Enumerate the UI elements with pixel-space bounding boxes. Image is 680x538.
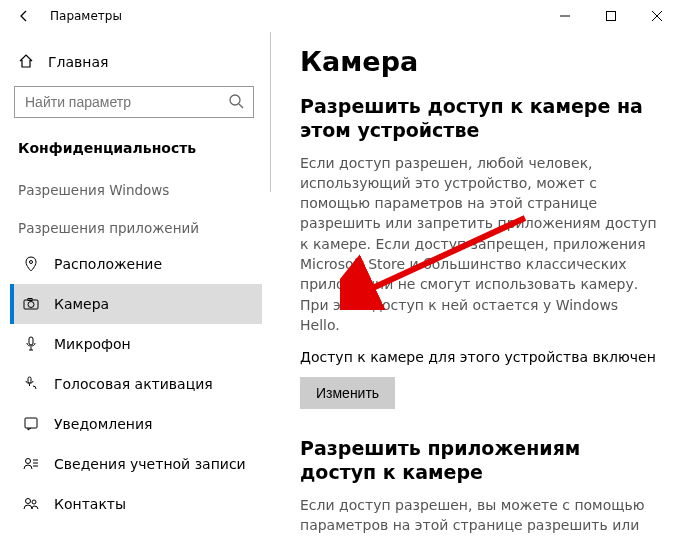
- svg-rect-10: [29, 337, 33, 345]
- search-icon: [228, 93, 244, 113]
- svg-rect-12: [25, 418, 37, 428]
- sidebar-current-section: Конфиденциальность: [10, 128, 262, 168]
- notifications-icon: [22, 416, 40, 432]
- sidebar-item-contacts[interactable]: Контакты: [10, 484, 262, 524]
- svg-point-8: [28, 302, 34, 308]
- sidebar-home-label: Главная: [48, 54, 108, 70]
- minimize-button[interactable]: [542, 0, 588, 32]
- contacts-icon: [22, 496, 40, 512]
- sidebar-item-label: Контакты: [54, 496, 126, 512]
- page-title: Камера: [300, 46, 658, 77]
- svg-point-6: [30, 261, 33, 264]
- location-icon: [22, 256, 40, 272]
- sidebar-group-apps: Разрешения приложений: [10, 206, 262, 244]
- sidebar-item-label: Сведения учетной записи: [54, 456, 246, 472]
- close-button[interactable]: [634, 0, 680, 32]
- sidebar-item-label: Голосовая активация: [54, 376, 213, 392]
- camera-access-status: Доступ к камере для этого устройства вкл…: [300, 349, 658, 365]
- svg-rect-1: [607, 12, 616, 21]
- voice-activation-icon: [22, 376, 40, 392]
- maximize-button[interactable]: [588, 0, 634, 32]
- sidebar-item-voice-activation[interactable]: Голосовая активация: [10, 364, 262, 404]
- home-icon: [18, 53, 34, 72]
- main-content: Камера Разрешить доступ к камере на этом…: [270, 32, 680, 538]
- svg-line-5: [239, 104, 243, 108]
- svg-point-4: [230, 95, 240, 105]
- sidebar: Главная Конфиденциальность Разрешения Wi…: [0, 32, 270, 538]
- sidebar-item-location[interactable]: Расположение: [10, 244, 262, 284]
- sidebar-item-label: Микрофон: [54, 336, 131, 352]
- microphone-icon: [22, 336, 40, 352]
- svg-point-17: [26, 499, 31, 504]
- scrollbar-thumb[interactable]: [270, 32, 271, 192]
- sidebar-item-label: Уведомления: [54, 416, 152, 432]
- back-button[interactable]: [8, 0, 40, 32]
- sidebar-item-notifications[interactable]: Уведомления: [10, 404, 262, 444]
- svg-point-13: [26, 459, 31, 464]
- window-title: Параметры: [50, 9, 122, 23]
- sidebar-item-microphone[interactable]: Микрофон: [10, 324, 262, 364]
- title-bar: Параметры: [0, 0, 680, 32]
- sidebar-item-label: Расположение: [54, 256, 162, 272]
- change-button[interactable]: Изменить: [300, 377, 395, 409]
- sidebar-item-label: Камера: [54, 296, 109, 312]
- section2-heading: Разрешить приложениям доступ к камере: [300, 437, 658, 485]
- svg-point-18: [32, 500, 36, 504]
- account-info-icon: [22, 456, 40, 472]
- section1-heading: Разрешить доступ к камере на этом устрой…: [300, 95, 658, 143]
- section1-desc: Если доступ разрешен, любой человек, исп…: [300, 153, 658, 336]
- camera-icon: [22, 296, 40, 312]
- sidebar-group-windows: Разрешения Windows: [10, 168, 262, 206]
- svg-rect-11: [28, 377, 31, 383]
- search-input[interactable]: [14, 86, 254, 118]
- sidebar-item-camera[interactable]: Камера: [10, 284, 262, 324]
- sidebar-item-account-info[interactable]: Сведения учетной записи: [10, 444, 262, 484]
- section2-desc: Если доступ разрешен, вы можете с помощь…: [300, 495, 658, 538]
- sidebar-home[interactable]: Главная: [10, 44, 262, 80]
